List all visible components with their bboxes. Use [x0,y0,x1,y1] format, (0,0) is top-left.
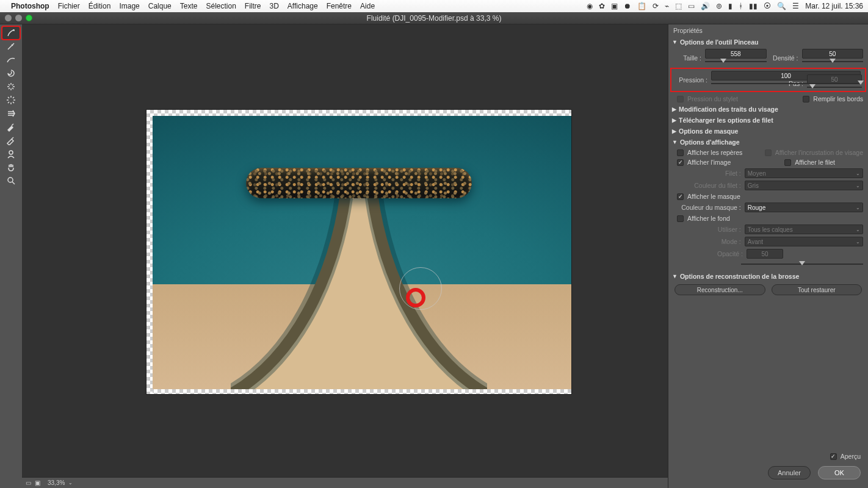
bloat-tool[interactable] [2,94,20,106]
show-face-overlay-checkbox [765,149,772,156]
density-slider[interactable] [802,60,864,63]
reconstruct-tool[interactable] [2,40,20,52]
window-zoom-button[interactable] [26,15,32,21]
mode-select: Avant⌄ [745,237,863,246]
use-label: Utiliser : [677,226,741,233]
status-icon[interactable]: ⏺ [624,2,631,10]
menu-aide[interactable]: Aide [360,2,375,10]
flag-icon[interactable]: ▮ [728,2,732,10]
show-guides-checkbox[interactable] [677,149,684,156]
panel-header: Propriétés [668,24,868,37]
use-select: Tous les calques⌄ [745,224,863,234]
window-close-button[interactable] [5,15,12,21]
restore-all-button[interactable]: Tout restaurer [772,284,863,295]
twirl-tool[interactable] [2,67,20,79]
section-mask-options[interactable]: ▶Options de masque [668,126,868,137]
wifi-icon[interactable]: ⦿ [764,2,771,10]
macos-menubar: Photoshop Fichier Édition Image Calque T… [0,0,868,12]
view-mode-icon[interactable]: ▣ [35,479,40,486]
section-load-mesh[interactable]: ▶Télécharger les options de filet [668,115,868,126]
battery-icon[interactable]: ▮▮ [749,2,758,10]
face-tool[interactable] [2,148,20,160]
menu-edition[interactable]: Édition [89,2,111,10]
menu-calque[interactable]: Calque [148,2,172,10]
show-mesh-checkbox[interactable] [784,159,791,166]
disclosure-triangle-icon: ▼ [672,273,678,279]
disclosure-triangle-icon: ▼ [672,139,678,145]
show-image-checkbox[interactable] [677,159,684,166]
svg-point-0 [9,151,13,154]
status-icon[interactable]: ⟳ [653,2,659,10]
status-icon[interactable]: 📋 [637,2,646,10]
zoom-display[interactable]: 33,3% [48,479,65,486]
status-icon[interactable]: ⌁ [665,2,669,10]
pin-edges-checkbox[interactable] [803,96,809,102]
hand-tool[interactable] [2,161,20,173]
menu-fichier[interactable]: Fichier [58,2,80,10]
status-icon[interactable]: ▭ [688,2,695,10]
chevron-down-icon[interactable]: ⌄ [68,480,73,486]
window-minimize-button[interactable] [15,15,22,21]
liquify-toolbar [0,24,22,488]
density-label: Densité : [770,54,798,62]
density-input[interactable] [802,49,864,59]
cancel-button[interactable]: Annuler [768,466,811,479]
window-title: Fluidité (DJI_0095-Modifier.psd à 33,3 %… [0,14,868,23]
smooth-tool[interactable] [2,54,20,66]
status-icon[interactable]: ⬚ [675,2,682,10]
status-icon[interactable]: ✿ [599,2,605,10]
section-brush-options[interactable]: ▼Options de l'outil Pinceau [668,37,868,48]
show-mask-label: Afficher le masque [687,193,740,200]
forward-warp-tool[interactable] [2,27,20,39]
preview-checkbox[interactable] [830,453,837,460]
mesh-color-select: Gris⌄ [745,181,863,190]
size-label: Taille : [677,54,701,62]
section-face[interactable]: ▶Modification des traits du visage [668,104,868,115]
view-mode-icon[interactable]: ▭ [26,479,31,486]
search-icon[interactable]: 🔍 [777,2,786,10]
disclosure-triangle-icon: ▼ [672,39,678,45]
size-slider[interactable] [705,60,767,63]
pucker-tool[interactable] [2,81,20,93]
size-input[interactable] [705,49,767,59]
opacity-input [747,249,783,259]
app-name[interactable]: Photoshop [11,2,49,10]
window-titlebar: Fluidité (DJI_0095-Modifier.psd à 33,3 %… [0,12,868,24]
document-preview[interactable] [146,110,571,394]
show-mask-checkbox[interactable] [677,193,684,200]
mesh-size-select: Moyen⌄ [745,168,863,178]
mesh-size-label: Filet : [677,170,741,177]
push-left-tool[interactable] [2,107,20,120]
show-face-overlay-label: Afficher l'incrustation de visage [775,149,863,156]
status-icon[interactable]: ⊚ [716,2,722,10]
mode-label: Mode : [677,238,741,245]
menu-affichage[interactable]: Affichage [288,2,318,10]
status-icon[interactable]: ▣ [611,2,618,10]
zoom-tool[interactable] [2,174,20,187]
stylus-pressure-checkbox [677,96,684,102]
freeze-mask-tool[interactable] [2,121,20,133]
section-reconstruct[interactable]: ▼Options de reconstruction de la brosse [668,271,868,282]
menu-selection[interactable]: Sélection [206,2,236,10]
status-icon[interactable]: ◉ [587,2,593,10]
show-background-checkbox[interactable] [677,215,684,222]
show-guides-label: Afficher les repères [687,149,742,156]
menu-texte[interactable]: Texte [180,2,198,10]
show-mesh-label: Afficher le filet [795,159,835,166]
canvas-area[interactable] [22,24,668,488]
menu-3d[interactable]: 3D [270,2,279,10]
mask-color-select[interactable]: Rouge⌄ [745,203,863,212]
ok-button[interactable]: OK [818,466,861,479]
section-view-options[interactable]: ▼Options d'affichage [668,137,868,148]
menu-fenetre[interactable]: Fenêtre [327,2,352,10]
bluetooth-icon[interactable]: ᚼ [739,2,743,10]
control-center-icon[interactable]: ☰ [792,2,799,10]
status-bar: ▭ ▣ 33,3% ⌄ [22,477,668,488]
svg-point-1 [8,178,13,182]
thaw-mask-tool[interactable] [2,134,20,146]
menubar-clock[interactable]: Mar. 12 juil. 15:36 [805,2,863,10]
volume-icon[interactable]: 🔊 [701,2,710,10]
menu-filtre[interactable]: Filtre [245,2,261,10]
menu-image[interactable]: Image [119,2,139,10]
reconstruction-button[interactable]: Reconstruction... [675,284,765,295]
